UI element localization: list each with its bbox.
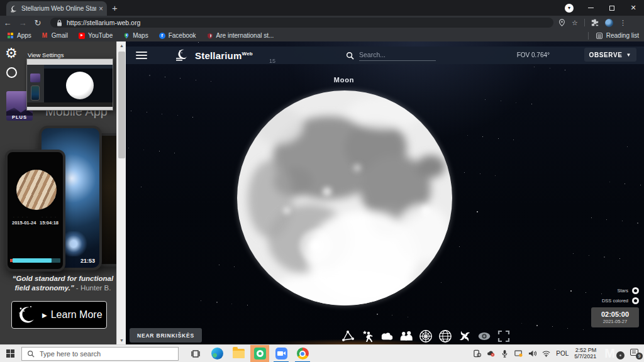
url-bar[interactable]: https://stellarium-web.org (50, 18, 553, 28)
star (192, 117, 193, 118)
reading-list[interactable]: Reading list (588, 30, 639, 41)
bookmark-are-international[interactable]: Are international st... (207, 32, 274, 39)
moon[interactable] (234, 87, 455, 309)
landscape-toggle-button[interactable] (399, 329, 413, 343)
star (606, 219, 607, 220)
observe-button[interactable]: OBSERVE ▼ (584, 48, 636, 62)
screen-share-icon[interactable] (514, 349, 523, 358)
view-settings-tooltip: View Settings (28, 52, 64, 58)
star (480, 173, 480, 174)
tab-search-button[interactable]: ▾ (565, 4, 574, 13)
bookmark-facebook[interactable]: f Facebook (159, 32, 196, 39)
search-input[interactable] (359, 50, 436, 61)
star (149, 75, 150, 76)
flashing-app-button[interactable] (250, 345, 269, 362)
star (521, 323, 522, 324)
back-button[interactable]: ← (0, 18, 15, 28)
radio-circle-icon[interactable] (6, 67, 17, 78)
constellations-toggle-button[interactable] (341, 329, 355, 343)
bookmark-star-icon[interactable]: ☆ (572, 19, 578, 27)
fullscreen-toggle-button[interactable] (497, 329, 511, 343)
chrome-icon (297, 348, 309, 359)
taskbar-search-box[interactable] (21, 347, 179, 361)
atmosphere-toggle-button[interactable] (380, 329, 394, 343)
deep-sky-objects-toggle-button[interactable] (458, 329, 472, 343)
edge-button[interactable] (208, 345, 226, 362)
zoom-app-button[interactable] (272, 345, 291, 362)
bookmark-apps[interactable]: Apps (8, 32, 31, 39)
star (552, 326, 553, 327)
toolbar-separator (584, 19, 585, 26)
constellation-art-toggle-button[interactable] (360, 329, 374, 343)
window-maximize-button[interactable] (601, 0, 623, 16)
microphone-icon[interactable] (501, 349, 509, 358)
learn-more-button[interactable]: ▶ Learn More (11, 301, 107, 329)
star (143, 150, 144, 150)
scroll-down-arrow[interactable]: ▼ (117, 338, 126, 343)
phone-link-icon[interactable] (473, 349, 481, 358)
gear-icon[interactable]: ⚙ (5, 47, 18, 60)
bookmark-maps[interactable]: Maps (123, 32, 148, 39)
dss-colored-toggle[interactable]: DSS colored (602, 295, 639, 305)
reload-button[interactable]: ↻ (30, 18, 45, 28)
dss-toggle-knob[interactable] (632, 297, 639, 304)
edge-icon (211, 348, 223, 359)
location-button[interactable]: NEAR BRINKIŠKĖS (130, 328, 202, 343)
location-pin-icon[interactable] (558, 19, 565, 26)
star (211, 81, 211, 82)
star (640, 185, 641, 185)
stellarium-header: StellariumWeb FOV 0.764° OBSERVE ▼ (126, 47, 644, 64)
sidebar-scrollbar[interactable]: ▲ ▼ (116, 41, 126, 344)
tab-title: Stellarium Web Online Star Map (21, 5, 96, 12)
profile-avatar[interactable] (605, 19, 613, 27)
green-app-icon (254, 348, 266, 359)
tab-close-icon[interactable]: × (99, 4, 103, 13)
star (141, 187, 142, 187)
window-minimize-button[interactable] (580, 0, 601, 16)
forward-button[interactable]: → (15, 18, 30, 28)
language-indicator[interactable]: POL (556, 350, 569, 357)
azimuth-grid-label: 15 (269, 58, 275, 64)
browser-tab[interactable]: Stellarium Web Online Star Map × (6, 1, 107, 16)
star (174, 153, 175, 153)
jupiter-art (16, 170, 57, 210)
datetime-button[interactable]: 02:05:00 2021-05-27 (591, 307, 639, 327)
night-mode-toggle-button[interactable] (477, 329, 491, 343)
star (219, 265, 219, 265)
taskbar-search-input[interactable] (40, 350, 159, 358)
sky-canvas[interactable]: Moon (126, 41, 644, 344)
chrome-button[interactable] (293, 345, 312, 362)
scroll-up-arrow[interactable]: ▲ (117, 43, 126, 48)
clock-date: 5/7/2021 (574, 353, 596, 359)
star (570, 290, 572, 292)
browser-titlebar: Stellarium Web Online Star Map × + ▾ ✕ (0, 0, 644, 16)
star (637, 222, 638, 224)
screen: Stellarium Web Online Star Map × + ▾ ✕ ←… (0, 0, 644, 362)
new-tab-button[interactable]: + (112, 3, 118, 13)
taskbar-clock[interactable]: 2:52 PM 5/7/2021 (574, 347, 596, 359)
bookmark-gmail[interactable]: M Gmail (42, 32, 68, 39)
file-explorer-button[interactable] (229, 345, 248, 362)
equatorial-grid-toggle-button[interactable] (438, 329, 452, 343)
onedrive-error-icon[interactable] (487, 349, 495, 358)
azimuthal-grid-toggle-button[interactable] (419, 329, 433, 343)
hamburger-menu-icon[interactable] (136, 52, 147, 59)
start-button[interactable] (0, 345, 21, 362)
preview-phone-thumb (31, 85, 40, 101)
bookmark-youtube[interactable]: YouTube (79, 32, 113, 39)
task-view-button[interactable] (186, 345, 205, 362)
extensions-puzzle-icon[interactable] (591, 19, 599, 26)
star (625, 184, 625, 184)
shield-icon (207, 33, 213, 39)
menu-dots-icon[interactable]: ⋮ (619, 19, 626, 27)
speaker-icon[interactable] (528, 349, 536, 358)
wifi-icon[interactable] (542, 349, 550, 358)
stars-toggle-knob[interactable] (632, 287, 639, 294)
search-box[interactable] (346, 50, 436, 61)
window-close-button[interactable]: ✕ (623, 0, 644, 16)
scrollbar-thumb[interactable] (118, 52, 125, 158)
star (231, 304, 232, 304)
stars-toggle[interactable]: Stars (602, 285, 639, 295)
star (565, 70, 565, 70)
action-center-button[interactable]: 9 (630, 349, 640, 358)
